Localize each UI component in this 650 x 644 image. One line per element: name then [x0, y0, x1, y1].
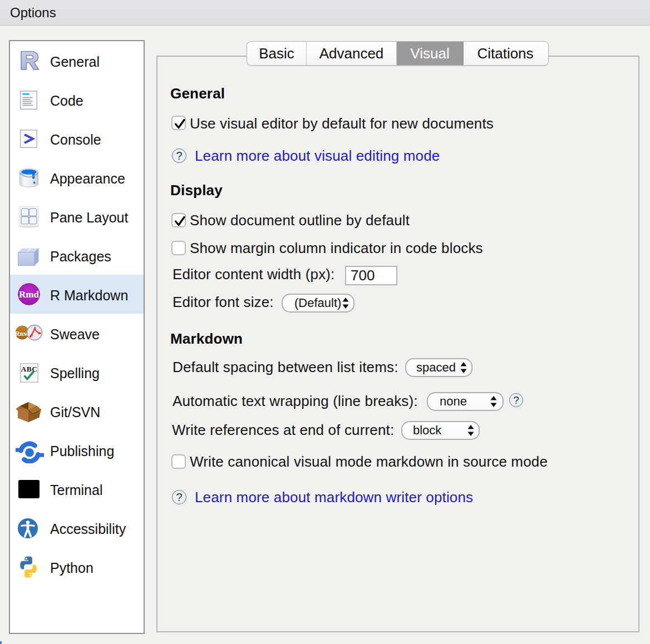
svg-text:Rmd: Rmd — [19, 289, 39, 300]
svg-text:ABC: ABC — [21, 365, 37, 373]
svg-text:Rnw: Rnw — [15, 330, 29, 338]
